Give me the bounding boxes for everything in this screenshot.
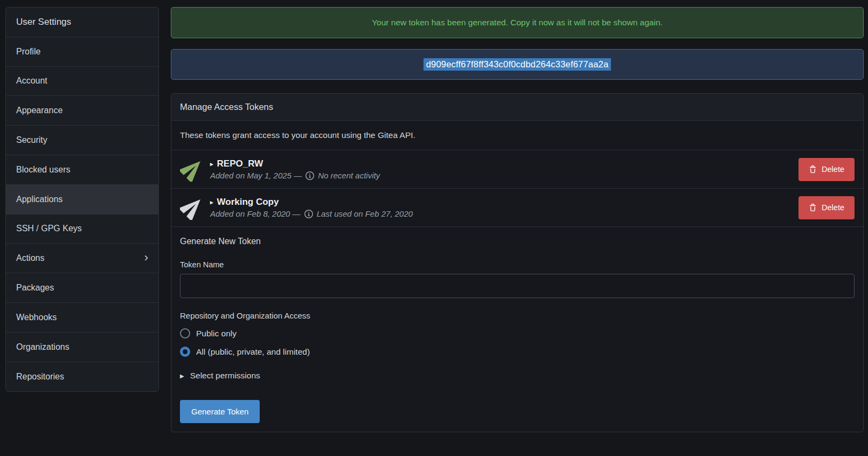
sidebar-item-label: Blocked users (16, 165, 71, 175)
sidebar-item-organizations[interactable]: Organizations › (6, 333, 158, 362)
manage-tokens-panel: Manage Access Tokens These tokens grant … (171, 93, 864, 432)
token-name-input[interactable] (180, 274, 855, 298)
sidebar-item-label: Account (16, 76, 47, 86)
token-added-date: Added on May 1, 2025 — (210, 171, 302, 180)
sidebar-item-list: Profile › Account › Appearance › Securit… (6, 37, 158, 392)
token-last-used: Last used on Feb 27, 2020 (317, 209, 413, 218)
info-circle-icon (305, 171, 314, 180)
sidebar-item-label: Webhooks (16, 313, 57, 322)
token-row: ▸ REPO_RW Added on May 1, 2025 — No rece… (171, 150, 863, 189)
token-meta: Added on May 1, 2025 — No recent activit… (210, 171, 798, 180)
access-radio-option[interactable]: All (public, private, and limited) (180, 347, 855, 357)
access-radio-group: Public only All (public, private, and li… (180, 328, 855, 357)
new-token-box[interactable]: d909ecff67f8ff343c0f0cdbd264c33ef677aa2a (171, 49, 864, 80)
sidebar-item-label: Actions (16, 253, 44, 263)
sidebar-item-label: Applications (16, 195, 63, 204)
radio-option-label: Public only (196, 329, 237, 338)
token-last-used: No recent activity (318, 171, 380, 180)
token-info: ▸ REPO_RW Added on May 1, 2025 — No rece… (210, 158, 798, 180)
token-row: ▸ Working Copy Added on Feb 8, 2020 — La… (171, 189, 863, 227)
triangle-right-icon: ▸ (210, 161, 213, 168)
trash-icon (809, 204, 817, 212)
sidebar-item-label: SSH / GPG Keys (16, 224, 82, 233)
token-added-date: Added on Feb 8, 2020 — (210, 209, 301, 218)
flash-text: Your new token has been generated. Copy … (372, 18, 663, 27)
repo-org-access-label: Repository and Organization Access (180, 311, 855, 320)
trash-icon (809, 165, 817, 174)
sidebar-item-webhooks[interactable]: Webhooks › (6, 303, 158, 333)
sidebar-item-profile[interactable]: Profile › (6, 37, 158, 67)
sidebar-item-applications[interactable]: Applications › (6, 185, 158, 215)
delete-token-button[interactable]: Delete (798, 196, 855, 219)
sidebar-item-appearance[interactable]: Appearance › (6, 96, 158, 126)
sidebar-item-ssh-gpg-keys[interactable]: SSH / GPG Keys › (6, 215, 158, 244)
delete-button-label: Delete (822, 203, 844, 212)
sidebar-item-blocked-users[interactable]: Blocked users › (6, 155, 158, 185)
generate-token-title: Generate New Token (180, 237, 855, 246)
paper-plane-icon (180, 157, 205, 182)
paper-plane-icon (180, 195, 205, 220)
sidebar-title-label: User Settings (16, 17, 71, 27)
token-info: ▸ Working Copy Added on Feb 8, 2020 — La… (210, 197, 798, 218)
sidebar-item-label: Security (16, 135, 47, 145)
sidebar-item-label: Repositories (16, 372, 64, 382)
chevron-right-icon: › (144, 252, 148, 264)
sidebar-item-packages[interactable]: Packages › (6, 273, 158, 303)
delete-button-label: Delete (822, 165, 844, 174)
token-name[interactable]: ▸ Working Copy (210, 197, 798, 208)
panel-header: Manage Access Tokens (171, 94, 863, 121)
sidebar-item-label: Profile (16, 47, 40, 57)
success-flash-message: Your new token has been generated. Copy … (171, 7, 864, 38)
select-permissions-label: Select permissions (190, 371, 260, 381)
triangle-right-icon: ▸ (210, 199, 213, 206)
sidebar-item-actions[interactable]: Actions › (6, 244, 158, 273)
sidebar-title: User Settings (6, 8, 158, 37)
token-name[interactable]: ▸ REPO_RW (210, 158, 798, 169)
token-name-text: REPO_RW (217, 158, 263, 169)
generate-token-button[interactable]: Generate Token (180, 400, 260, 423)
sidebar-item-repositories[interactable]: Repositories › (6, 362, 158, 392)
token-meta: Added on Feb 8, 2020 — Last used on Feb … (210, 209, 798, 218)
sidebar-item-account[interactable]: Account › (6, 67, 158, 96)
token-list: ▸ REPO_RW Added on May 1, 2025 — No rece… (171, 150, 863, 227)
radio-option-label: All (public, private, and limited) (196, 347, 310, 357)
panel-header-label: Manage Access Tokens (180, 102, 273, 112)
radio-button[interactable] (180, 328, 190, 338)
generate-token-section: Generate New Token Token Name Repository… (171, 227, 863, 432)
sidebar-item-security[interactable]: Security › (6, 126, 158, 155)
access-radio-option[interactable]: Public only (180, 328, 855, 338)
generated-token-value[interactable]: d909ecff67f8ff343c0f0cdbd264c33ef677aa2a (423, 58, 612, 71)
main-content: Your new token has been generated. Copy … (171, 7, 864, 432)
delete-token-button[interactable]: Delete (798, 158, 855, 181)
triangle-right-icon: ▶ (180, 373, 184, 379)
settings-sidebar: User Settings Profile › Account › Appear… (5, 7, 159, 392)
token-name-text: Working Copy (217, 197, 279, 208)
panel-description: These tokens grant access to your accoun… (171, 121, 863, 150)
sidebar-item-label: Appearance (16, 106, 63, 115)
radio-button[interactable] (180, 347, 190, 357)
sidebar-item-label: Packages (16, 283, 54, 293)
info-circle-icon (304, 210, 313, 218)
sidebar-item-label: Organizations (16, 342, 70, 352)
select-permissions-toggle[interactable]: ▶ Select permissions (180, 371, 855, 381)
token-name-label: Token Name (180, 260, 855, 269)
